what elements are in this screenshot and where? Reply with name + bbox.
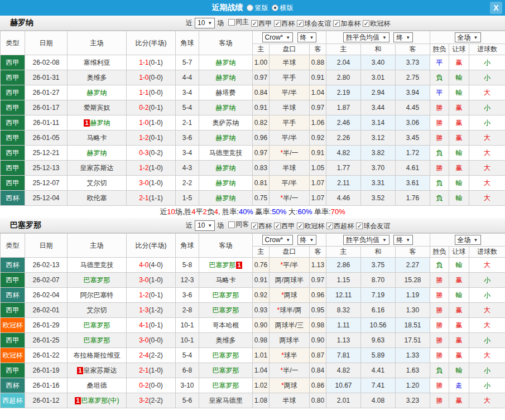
result-cell: 勝 xyxy=(430,393,449,408)
final-avg-select[interactable]: 终 xyxy=(393,235,413,245)
filter-checkbox-西甲[interactable]: ✓西甲 xyxy=(274,221,295,231)
filter-checkbox-label: 球会友谊 xyxy=(304,19,331,28)
filter-checkbox-西杯[interactable]: ✓西杯 xyxy=(251,221,272,231)
handicap-line-cell: 平/半 xyxy=(270,85,310,100)
bookmaker-select[interactable]: Crow* xyxy=(262,32,294,42)
handicap-away-odds-cell: 0.86 xyxy=(310,378,326,393)
radio-horizontal-layout[interactable]: 横版 xyxy=(272,3,294,13)
fulltime-score: 1-1 xyxy=(139,59,148,66)
league-type-cell: 西甲 xyxy=(1,55,25,70)
goals-result-cell: 大 xyxy=(469,191,505,206)
title-bar: 近期战绩 竖版 横版 X xyxy=(0,0,505,16)
score-cell: 3-0(1-0) xyxy=(127,273,176,288)
handicap-away-odds-cell: 1.07 xyxy=(310,191,326,206)
result-cell: 負 xyxy=(430,146,449,161)
fulltime-score: 1-0 xyxy=(139,119,148,127)
filter-checkbox-西杯[interactable]: ✓西杯 xyxy=(274,19,295,28)
record-summary: 近10场,胜4平2负4, 胜率:40% 赢率:50% 大:60% 单率:70% xyxy=(0,206,505,218)
match-row: 西甲 25-12-21 赫罗纳 0-3(0-2) 3-4 马德里竞技 0.97 … xyxy=(1,146,505,161)
final-odds-select[interactable]: 终 xyxy=(297,235,317,245)
corners-cell: 5-7 xyxy=(176,55,199,70)
final-odds-select[interactable]: 终 xyxy=(297,32,317,42)
handicap-away-odds-cell: 1.04 xyxy=(310,85,326,100)
corners-cell: 3-4 xyxy=(176,85,199,100)
league-filters: 同主✓西甲✓西杯✓球会友谊✓加泰杯✓欧冠杯 xyxy=(226,17,390,28)
summary-segment: 负 xyxy=(207,207,214,216)
halftime-score: (0-1) xyxy=(149,321,163,329)
match-row: 西甲 26-01-19 1皇家苏斯达 2-1(1-0) 6-8 巴塞罗那 1.0… xyxy=(1,363,505,378)
avg-away-odds-cell: 2.75 xyxy=(396,70,430,85)
match-count-select[interactable]: 10 xyxy=(195,18,215,28)
score-cell: 1-0(1-0) xyxy=(127,115,176,131)
avg-away-odds-cell: 3.23 xyxy=(396,393,430,408)
result-cell: 平 xyxy=(430,55,449,70)
bookmaker-select[interactable]: Crow* xyxy=(262,235,294,245)
corners-cell: 2-8 xyxy=(176,303,199,318)
filter-checkbox-球会友谊[interactable]: ✓球会友谊 xyxy=(297,19,331,28)
team-name-text: 艾尔切 xyxy=(87,179,107,187)
avg-home-odds-cell: 2.80 xyxy=(326,70,361,85)
fulltime-score: 0-2 xyxy=(139,382,148,389)
halftime-score: (0-0) xyxy=(149,74,163,81)
summary-segment: 2 xyxy=(203,207,207,216)
match-row: 西甲 25-12-13 皇家苏斯达 1-2(1-0) 4-3 赫罗纳 0.83 … xyxy=(1,161,505,176)
score-cell: 1-1(0-1) xyxy=(127,55,176,70)
radio-vertical-layout[interactable]: 竖版 xyxy=(247,3,268,13)
match-row: 西甲 26-02-08 塞维利亚 1-1(0-1) 5-7 赫罗纳 1.00 半… xyxy=(1,55,505,70)
match-row: 西甲 26-01-27 赫罗纳 1-1(0-0) 3-4 赫塔费 0.84 平/… xyxy=(1,85,505,100)
away-team-cell: 巴塞罗那 xyxy=(199,303,253,318)
section-header-barcelona: 巴塞罗那 近 10 场 同客✓西杯✓西甲✓欧冠杯✓西超杯✓球会友谊 xyxy=(0,218,505,233)
filter-checkbox-加泰杯[interactable]: ✓加泰杯 xyxy=(333,19,360,28)
home-team-cell: 巴塞罗那 xyxy=(68,318,127,333)
away-team-cell: 巴塞罗那 xyxy=(199,288,253,303)
league-type-cell: 西甲 xyxy=(1,176,25,191)
league-filters: 同客✓西杯✓西甲✓欧冠杯✓西超杯✓球会友谊 xyxy=(226,220,390,231)
fulltime-select[interactable]: 全场 xyxy=(455,235,481,245)
team-name-text: 巴塞罗那 xyxy=(213,382,239,389)
filter-checkbox-同客[interactable]: 同客 xyxy=(228,220,249,229)
team-name: 巴塞罗那 xyxy=(10,220,122,230)
avg-odds-select[interactable]: 胜平负均值 xyxy=(343,235,389,245)
avg-draw-odds-cell: 3.52 xyxy=(361,191,396,206)
result-cell: 勝 xyxy=(430,161,449,176)
filter-checkbox-西甲[interactable]: ✓西甲 xyxy=(251,19,272,28)
score-cell: 2-4(2-2) xyxy=(127,348,176,363)
filter-checkbox-欧冠杯[interactable]: ✓欧冠杯 xyxy=(297,221,324,231)
col-home: 主场 xyxy=(68,31,127,55)
avg-home-odds-cell: 1.11 xyxy=(326,318,361,333)
match-row: 西甲 26-01-11 1赫罗纳 1-0(1-0) 2-1 奥萨苏纳 0.82 … xyxy=(1,115,505,131)
halftime-score: (4-0) xyxy=(149,261,163,269)
league-type-cell: 西超杯 xyxy=(1,393,25,408)
date-cell: 26-02-04 xyxy=(25,288,68,303)
corners-cell: 12-3 xyxy=(176,273,199,288)
halftime-score: (0-1) xyxy=(149,59,163,66)
result-cell: 負 xyxy=(430,258,449,273)
close-icon[interactable]: X xyxy=(490,2,502,14)
goals-result-cell: 大 xyxy=(469,176,505,191)
league-type-cell: 西杯 xyxy=(1,378,25,393)
sub-col-avg-draw: 和 xyxy=(361,247,396,258)
handicap-result-cell: 赢 xyxy=(449,333,469,348)
final-avg-select[interactable]: 终 xyxy=(393,32,413,42)
filter-checkbox-西超杯[interactable]: ✓西超杯 xyxy=(326,221,354,231)
away-team-cell: 赫罗纳 xyxy=(199,70,253,85)
final-avg-select-value: 终 xyxy=(396,33,403,42)
match-count-select[interactable]: 10 xyxy=(195,220,215,231)
fulltime-select[interactable]: 全场 xyxy=(455,32,481,42)
team-name-text: 布拉格斯拉维亚 xyxy=(74,351,121,359)
score-cell: 4-1(0-1) xyxy=(127,318,176,333)
handicap-line-cell: *半/一 xyxy=(270,191,310,206)
avg-away-odds-cell: 1.20 xyxy=(396,378,430,393)
match-count-value: 10 xyxy=(198,18,205,28)
filter-checkbox-欧冠杯[interactable]: ✓欧冠杯 xyxy=(363,19,390,28)
filter-checkbox-同主[interactable]: 同主 xyxy=(228,17,249,27)
filter-checkbox-label: 西甲 xyxy=(258,19,272,28)
avg-odds-select[interactable]: 胜平负均值 xyxy=(343,32,389,42)
corners-cell: 5-4 xyxy=(176,348,199,363)
sub-col-avg-home: 主 xyxy=(326,247,361,258)
filter-checkbox-球会友谊[interactable]: ✓球会友谊 xyxy=(356,221,390,231)
home-team-cell: 皇家苏斯达 xyxy=(68,161,127,176)
filter-checkbox-label: 西杯 xyxy=(281,19,295,28)
avg-away-odds-cell: 17.51 xyxy=(396,333,430,348)
radio-label: 竖版 xyxy=(255,3,268,13)
